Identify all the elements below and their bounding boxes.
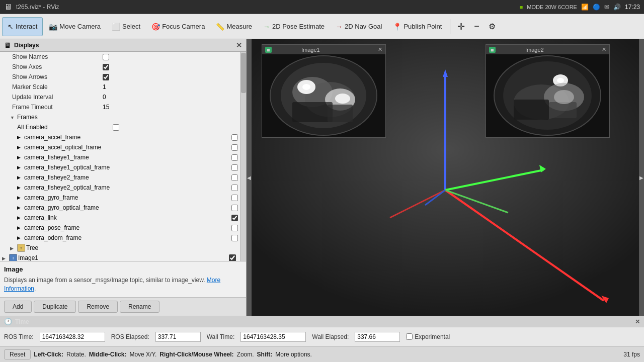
toolbar: ↖ Interact 📷 Move Camera ⬜ Select 🎯 Focu… <box>0 14 644 39</box>
publish-point-button[interactable]: 📍 Publish Point <box>388 17 447 36</box>
main-area: 🖥 Displays ✕ Show Names Show Axes <box>0 39 644 316</box>
update-interval-value: 0 <box>103 94 106 101</box>
accel-checkbox[interactable] <box>231 134 238 141</box>
rename-button[interactable]: Rename <box>120 301 159 313</box>
update-interval-row: Update Interval 0 <box>0 92 240 102</box>
ros-elapsed-input[interactable] <box>155 332 201 342</box>
image1-canvas <box>262 54 385 137</box>
fisheye1-checkbox[interactable] <box>231 154 238 161</box>
frames-label: Frames <box>17 114 238 121</box>
fisheye2-optical-checkbox[interactable] <box>231 185 238 191</box>
image2-window-label: Image2 <box>525 47 544 53</box>
accel-expand <box>17 135 24 140</box>
frames-section-header[interactable]: Frames <box>0 112 240 122</box>
duplicate-button[interactable]: Duplicate <box>34 301 76 313</box>
image2-svg <box>486 54 609 137</box>
fisheye1-expand <box>17 155 24 160</box>
image1-item[interactable]: I Image1 <box>0 253 240 261</box>
frame-accel-row: camera_accel_frame <box>0 132 240 142</box>
3d-viewport[interactable]: ■ Image1 ✕ <box>252 39 644 316</box>
fisheye2-expand <box>17 175 24 180</box>
tree-expand-icon <box>10 244 17 251</box>
image1-label: Image1 <box>18 254 229 261</box>
image-section-title: Image <box>4 265 242 273</box>
displays-close-button[interactable]: ✕ <box>236 41 242 49</box>
image2-canvas <box>486 54 609 137</box>
tree-label: Tree <box>26 244 238 251</box>
gyro-expand <box>17 195 24 200</box>
frame-camera-pose-row: camera_pose_frame <box>0 223 240 233</box>
select-button[interactable]: ⬜ Select <box>107 17 145 36</box>
tree-item[interactable]: T Tree <box>0 243 240 253</box>
show-arrows-checkbox[interactable] <box>103 74 109 80</box>
image1-window: ■ Image1 ✕ <box>262 44 386 138</box>
right-panel-toggle[interactable]: ▶ <box>639 39 644 316</box>
gyro-optical-checkbox[interactable] <box>231 205 238 211</box>
fisheye2-checkbox[interactable] <box>231 174 238 181</box>
image1-window-icon: ■ <box>265 47 272 53</box>
experimental-checkbox[interactable] <box>406 333 413 340</box>
scrollbar-thumb[interactable] <box>241 53 246 93</box>
move-camera-button[interactable]: 📷 Move Camera <box>44 17 106 36</box>
right-click-action: Zoom. <box>237 351 254 358</box>
update-interval-label: Update Interval <box>2 94 103 101</box>
add-button[interactable]: Add <box>4 301 32 313</box>
move-camera-icon: 📷 <box>49 23 57 31</box>
measure-icon: 📏 <box>216 23 224 31</box>
accel-optical-checkbox[interactable] <box>231 144 238 151</box>
svg-rect-20 <box>328 105 353 122</box>
2d-pose-button[interactable]: → 2D Pose Estimate <box>258 17 330 36</box>
image1-checkbox[interactable] <box>229 254 236 261</box>
displays-scroll-area[interactable]: Show Names Show Axes Show Arrows Marker … <box>0 52 240 261</box>
wall-time-label: Wall Time: <box>207 333 235 340</box>
fisheye2-optical-label: camera_fisheye2_optical_frame <box>24 184 231 191</box>
add-icon-button[interactable]: ✛ <box>453 17 469 36</box>
image2-window-title: ■ Image2 ✕ <box>486 45 609 54</box>
2d-nav-button[interactable]: → 2D Nav Goal <box>331 17 387 36</box>
fps-display: 31 fps <box>623 351 640 358</box>
wall-elapsed-label: Wall Elapsed: <box>312 333 349 340</box>
show-names-checkbox[interactable] <box>103 54 109 60</box>
time-clock-icon: 🕐 <box>4 318 12 325</box>
wall-elapsed-input[interactable] <box>355 332 400 342</box>
left-click-label: Left-Click: <box>34 351 63 358</box>
camera-pose-expand <box>17 225 24 230</box>
left-panel-toggle[interactable]: ◀ <box>247 39 252 316</box>
camera-link-checkbox[interactable] <box>231 215 238 221</box>
2d-pose-label: 2D Pose Estimate <box>272 23 325 30</box>
focus-camera-button[interactable]: 🎯 Focus Camera <box>146 17 210 36</box>
time-panel: 🕐 Time ✕ ROS Time: ROS Elapsed: Wall Tim… <box>0 316 644 346</box>
titlebar: 🖥 t265.rviz* - RViz ■ MODE 20W 6CORE 📶 🔵… <box>0 0 644 14</box>
image2-window-icon: ■ <box>489 47 496 53</box>
ros-time-input[interactable] <box>40 332 105 342</box>
gyro-checkbox[interactable] <box>231 195 238 201</box>
image2-window: ■ Image2 ✕ <box>486 44 610 138</box>
time-panel-close[interactable]: ✕ <box>635 318 640 325</box>
show-axes-checkbox[interactable] <box>103 64 109 70</box>
fisheye1-optical-checkbox[interactable] <box>231 164 238 171</box>
measure-label: Measure <box>226 23 252 30</box>
camera-pose-checkbox[interactable] <box>231 225 238 231</box>
interact-label: Interact <box>16 23 37 30</box>
accel-optical-expand <box>17 145 24 150</box>
gyro-optical-expand <box>17 205 24 210</box>
remove-button[interactable]: Remove <box>78 301 118 313</box>
all-enabled-checkbox[interactable] <box>113 124 119 131</box>
experimental-container: Experimental <box>406 333 450 340</box>
wall-time-input[interactable] <box>240 332 306 342</box>
ros-elapsed-label: ROS Elapsed: <box>111 333 149 340</box>
image2-close-button[interactable]: ✕ <box>602 46 606 53</box>
time-panel-header: 🕐 Time ✕ <box>0 316 644 327</box>
interact-button[interactable]: ↖ Interact <box>2 17 43 36</box>
displays-header: 🖥 Displays ✕ <box>0 39 246 52</box>
reset-button[interactable]: Reset <box>4 349 31 359</box>
image1-close-button[interactable]: ✕ <box>378 46 382 53</box>
show-arrows-label: Show Arrows <box>2 73 103 80</box>
minus-button[interactable]: − <box>470 17 484 36</box>
displays-scrollbar[interactable] <box>240 52 246 261</box>
settings-button[interactable]: ⚙ <box>485 17 500 36</box>
displays-panel: 🖥 Displays ✕ Show Names Show Axes <box>0 39 247 316</box>
camera-odom-checkbox[interactable] <box>231 235 238 241</box>
fisheye2-label: camera_fisheye2_frame <box>24 174 231 181</box>
measure-button[interactable]: 📏 Measure <box>211 17 257 36</box>
